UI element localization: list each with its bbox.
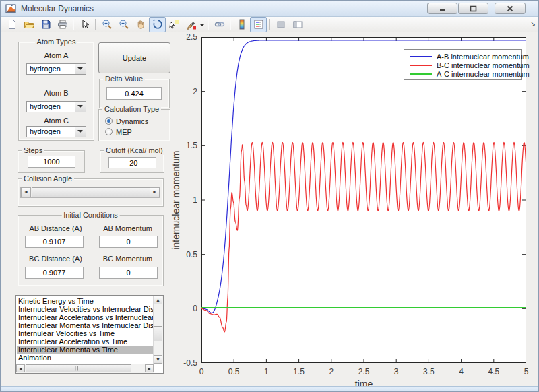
toolbar-overflow-icon[interactable]: ↘ bbox=[530, 20, 536, 27]
atom-types-panel: Atom Types Atom A hydrogen Atom B hydrog… bbox=[18, 42, 94, 141]
initial-conditions-panel: Initial Conditions AB Distance (A) AB Mo… bbox=[18, 215, 164, 286]
list-item[interactable]: Internuclear Momenta vs Internuclear Dis… bbox=[17, 321, 154, 329]
atom-b-value: hydrogen bbox=[30, 102, 61, 110]
toolbar-save-figure-button[interactable] bbox=[37, 17, 54, 32]
radio-option-mep[interactable]: MEP bbox=[105, 127, 132, 136]
combo-dropdown-icon[interactable] bbox=[75, 127, 86, 137]
toolbar-pan-button[interactable] bbox=[132, 17, 149, 32]
collision-angle-panel: Collision Angle ◄ ► bbox=[18, 178, 164, 207]
minimize-button[interactable] bbox=[427, 3, 457, 14]
toolbar-insert-colorbar-button[interactable] bbox=[233, 17, 250, 32]
toolbar-brush-data-button[interactable] bbox=[183, 17, 199, 32]
list-item[interactable]: Internuclear Velocities vs Internuclear … bbox=[17, 305, 154, 313]
combo-dropdown-icon[interactable] bbox=[75, 102, 86, 112]
ab-distance-label: AB Distance (A) bbox=[24, 224, 88, 232]
bc-momentum-field[interactable] bbox=[99, 267, 158, 279]
delta-value-field[interactable] bbox=[106, 87, 162, 100]
scrollbar-thumb[interactable] bbox=[26, 364, 131, 372]
scroll-right-button[interactable]: ► bbox=[145, 364, 154, 372]
legend-label: A-B internuclear momentum bbox=[437, 53, 529, 61]
legend-entry: B-C internuclear momentum bbox=[404, 61, 521, 69]
toolbar-open-file-button[interactable] bbox=[20, 17, 37, 32]
update-button[interactable]: Update bbox=[98, 42, 170, 73]
legend-line-swatch bbox=[410, 56, 432, 57]
title-bar[interactable]: Molecular Dynamics bbox=[1, 1, 538, 17]
close-icon bbox=[507, 5, 513, 12]
thumb-grip bbox=[75, 366, 82, 371]
list-item[interactable]: Internuclear Accelerations vs Internucle… bbox=[17, 313, 154, 321]
panel-title: Collision Angle bbox=[22, 174, 74, 183]
atom-b-combobox[interactable]: hydrogen bbox=[26, 101, 86, 112]
brush-dropdown-caret-icon[interactable] bbox=[200, 24, 204, 28]
scroll-left-button[interactable]: ◄ bbox=[16, 364, 25, 372]
list-item[interactable]: Internuclear Momenta vs Time bbox=[17, 346, 154, 354]
x-tick-label: 3 bbox=[383, 367, 410, 377]
maximize-icon bbox=[470, 5, 477, 12]
legend-icon bbox=[253, 19, 264, 30]
slider-thumb[interactable] bbox=[32, 187, 150, 197]
scroll-up-button[interactable]: ▲ bbox=[154, 296, 162, 304]
x-tick-label: 1.5 bbox=[286, 367, 313, 377]
atom-c-label: Atom C bbox=[19, 117, 94, 125]
list-item[interactable]: Kinetic Energy vs Time bbox=[17, 297, 154, 305]
horizontal-scrollbar[interactable]: ◄ ► bbox=[16, 364, 154, 373]
cutoff-field[interactable] bbox=[108, 157, 156, 168]
radio-label: MEP bbox=[116, 128, 132, 136]
minimize-icon bbox=[439, 5, 446, 11]
toolbar-hide-plot-tools-button[interactable] bbox=[272, 17, 289, 32]
combo-dropdown-icon[interactable] bbox=[75, 64, 86, 74]
radio-label: Dynamics bbox=[116, 117, 148, 125]
maximize-button[interactable] bbox=[458, 3, 488, 14]
window-title: Molecular Dynamics bbox=[21, 4, 94, 13]
toolbar-insert-legend-button[interactable] bbox=[250, 17, 267, 32]
right-arrow-icon: ► bbox=[147, 366, 152, 371]
radio-icon[interactable] bbox=[105, 117, 113, 125]
vertical-scrollbar[interactable]: ▲ ▼ bbox=[153, 296, 163, 364]
panel-title: Delta Value bbox=[103, 75, 145, 84]
legend-line-swatch bbox=[410, 73, 432, 75]
atom-c-value: hydrogen bbox=[30, 127, 61, 135]
steps-panel: Steps bbox=[18, 150, 85, 173]
panel-title: Initial Conditions bbox=[61, 211, 120, 220]
save-icon bbox=[40, 19, 51, 30]
list-item[interactable]: Internulear Velocities vs Time bbox=[17, 329, 154, 337]
scrollbar-thumb[interactable] bbox=[154, 326, 162, 341]
radio-icon[interactable] bbox=[105, 128, 113, 135]
list-item[interactable]: Animation bbox=[17, 354, 154, 362]
toolbar-data-cursor-button[interactable] bbox=[166, 17, 183, 32]
ab-momentum-field[interactable] bbox=[99, 236, 158, 248]
atom-a-combobox[interactable]: hydrogen bbox=[26, 63, 86, 75]
toolbar-show-plot-tools-button[interactable] bbox=[289, 17, 306, 32]
plot-legend[interactable]: A-B internuclear momentum B-C internucle… bbox=[404, 49, 522, 80]
toolbar-zoom-in-button[interactable] bbox=[98, 17, 115, 32]
steps-field[interactable] bbox=[28, 156, 75, 168]
thumb-grip bbox=[156, 331, 160, 337]
toolbar-link-plot-button[interactable] bbox=[211, 17, 228, 32]
close-button[interactable] bbox=[495, 3, 526, 14]
radio-option-dynamics[interactable]: Dynamics bbox=[105, 117, 148, 125]
print-icon bbox=[57, 19, 68, 30]
show-plot-tools-icon bbox=[292, 19, 303, 30]
toolbar-separator bbox=[73, 19, 74, 30]
atom-a-label: Atom A bbox=[19, 51, 94, 59]
brush-icon bbox=[186, 19, 197, 30]
slider-right-arrow[interactable]: ► bbox=[150, 187, 160, 197]
toolbar-rotate-3d-button[interactable] bbox=[149, 17, 166, 32]
toolbar-zoom-out-button[interactable] bbox=[115, 17, 132, 32]
list-item[interactable]: Internuclear Acceleration vs Time bbox=[17, 337, 154, 346]
toolbar-new-figure-button[interactable] bbox=[3, 17, 20, 32]
scroll-down-button[interactable]: ▼ bbox=[154, 355, 162, 364]
bc-distance-field[interactable] bbox=[25, 267, 84, 279]
toolbar-edit-plot-button[interactable] bbox=[76, 17, 93, 32]
toolbar-print-figure-button[interactable] bbox=[54, 17, 71, 32]
rotate-3d-icon bbox=[152, 19, 163, 30]
y-tick-label: 1.5 bbox=[175, 141, 197, 150]
plot-canvas[interactable] bbox=[201, 37, 526, 363]
cutoff-panel: Cutoff (Kcal/ mol) bbox=[100, 150, 164, 173]
atom-c-combobox[interactable]: hydrogen bbox=[26, 126, 86, 137]
legend-label: A-C internuclear momentum bbox=[437, 70, 530, 78]
collision-angle-slider[interactable]: ◄ ► bbox=[20, 187, 160, 198]
slider-left-arrow[interactable]: ◄ bbox=[21, 187, 31, 197]
left-arrow-icon: ◄ bbox=[18, 366, 23, 371]
ab-distance-field[interactable] bbox=[25, 236, 84, 248]
